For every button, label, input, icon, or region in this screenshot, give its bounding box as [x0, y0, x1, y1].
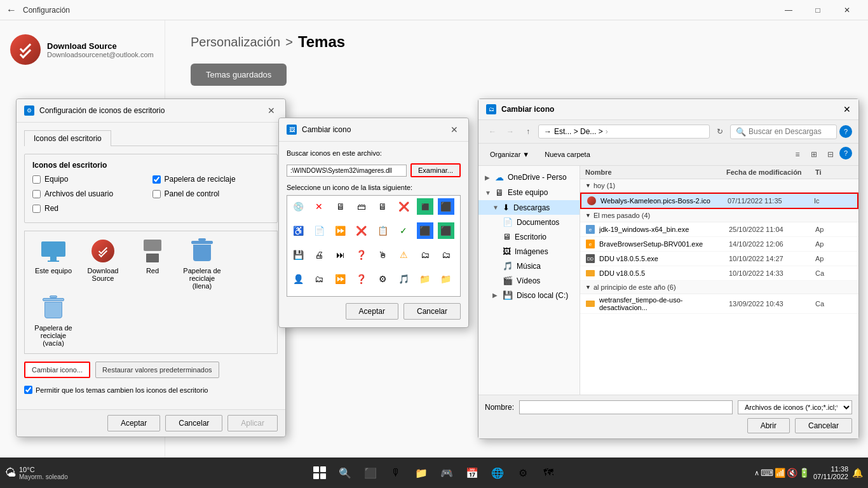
- file-row-kameleon[interactable]: Webalys-Kameleon.pics-Boss-2.ico 07/11/2…: [580, 193, 858, 209]
- sel-icon-11[interactable]: ⏩: [332, 222, 349, 239]
- cb-panel-input[interactable]: [153, 190, 161, 198]
- file-row-jdk[interactable]: e jdk-19_windows-x64_bin.exe 25/10/2022 …: [580, 222, 858, 237]
- sel-icon-8[interactable]: ⬛: [438, 198, 454, 215]
- change-icon-button[interactable]: Cambiar icono...: [24, 362, 90, 378]
- restore-defaults-button[interactable]: Restaurar valores predeterminados: [95, 362, 219, 378]
- sel-icon-22[interactable]: ⚠: [395, 247, 412, 263]
- sidebar-music[interactable]: 🎵 Música: [478, 259, 580, 273]
- cb-red-input[interactable]: [32, 205, 41, 213]
- dark-theme-button[interactable]: Temas guardados: [191, 64, 287, 86]
- taskbar-time[interactable]: 11:38 07/11/2022: [813, 465, 848, 480]
- minimize-button[interactable]: —: [774, 0, 803, 20]
- sel-icon-30[interactable]: 🎵: [395, 271, 412, 287]
- sidebar-documents[interactable]: 📄 Documentos: [478, 215, 580, 229]
- sidebar-downloads[interactable]: ▼ ⬇ Descargas: [478, 200, 580, 215]
- dialog2-cancel[interactable]: Cancelar: [403, 303, 461, 320]
- browse-button[interactable]: Examinar...: [410, 163, 461, 177]
- large-icons-btn[interactable]: ⊟: [823, 147, 838, 162]
- file-row-ddu-folder[interactable]: DDU v18.0.5.5 10/10/2022 14:33 Ca: [580, 266, 858, 281]
- sidebar-this-pc[interactable]: ▼ 🖥 Este equipo: [478, 185, 580, 200]
- taskbar-taskview[interactable]: ⬛: [359, 461, 382, 484]
- sel-icon-9[interactable]: ♿: [290, 222, 306, 239]
- tab-desktop-icons[interactable]: Iconos del escritorio: [24, 130, 111, 146]
- close-button[interactable]: ✕: [832, 0, 862, 20]
- icon-red[interactable]: Red: [130, 238, 175, 290]
- sel-icon-6[interactable]: ❌: [395, 198, 412, 215]
- arrow-up-icon[interactable]: ∧: [754, 469, 759, 477]
- sel-icon-3[interactable]: 🖥: [332, 198, 349, 215]
- taskbar-start[interactable]: [308, 461, 331, 484]
- sel-icon-25[interactable]: 👤: [290, 271, 306, 287]
- taskbar-weather[interactable]: 🌤 10°C Mayorm. soleado: [5, 466, 68, 480]
- sel-icon-15[interactable]: ⬛: [417, 222, 433, 239]
- list-view-btn[interactable]: ≡: [790, 147, 805, 162]
- sel-icon-12[interactable]: ❌: [353, 222, 370, 239]
- file-path-input[interactable]: [287, 165, 407, 177]
- sidebar-onedrive[interactable]: ▶ ☁ OneDrive - Perso: [478, 170, 580, 185]
- help-btn2[interactable]: ?: [839, 147, 852, 159]
- new-folder-button[interactable]: Nueva carpeta: [539, 149, 595, 159]
- organize-button[interactable]: Organizar ▼: [485, 149, 534, 159]
- sel-icon-20[interactable]: ❓: [353, 247, 370, 263]
- footer-filter-select[interactable]: Archivos de iconos (*.ico;*.icl;*.: [738, 400, 852, 414]
- themes-checkbox[interactable]: [24, 386, 32, 394]
- taskbar-edge[interactable]: 🌐: [486, 461, 509, 484]
- help-button[interactable]: ?: [839, 125, 852, 138]
- dialog3-close[interactable]: ✕: [843, 104, 851, 114]
- nav-refresh[interactable]: ↻: [712, 124, 728, 139]
- sidebar-videos[interactable]: 🎬 Vídeos: [478, 273, 580, 288]
- taskbar-xbox[interactable]: 🎮: [435, 461, 458, 484]
- file-row-brave[interactable]: e BraveBrowserSetup-BRV001.exe 14/10/202…: [580, 237, 858, 252]
- icon-papelera-vacia[interactable]: Papelera de reciclaje (vacía): [31, 295, 76, 347]
- keyboard-icon[interactable]: ⌨: [761, 468, 773, 478]
- dialog1-close[interactable]: ✕: [265, 104, 278, 117]
- sel-icon-32[interactable]: 📁: [438, 271, 454, 287]
- back-button[interactable]: ←: [6, 4, 17, 16]
- taskbar-explorer[interactable]: 📁: [410, 461, 433, 484]
- search-input[interactable]: [749, 127, 831, 136]
- sel-icon-26[interactable]: 🗂: [311, 271, 327, 287]
- dialog1-cancel[interactable]: Cancelar: [165, 415, 222, 431]
- sel-icon-19[interactable]: ⏭: [332, 247, 349, 263]
- taskbar-teams[interactable]: 🎙: [384, 461, 407, 484]
- sel-icon-18[interactable]: 🖨: [311, 247, 327, 263]
- icon-selector-grid[interactable]: 💿 ✕ 🖥 🗃 🖥 ❌ ⬛ ⬛ ♿ 📄 ⏩ ❌ 📋 ✓ ⬛ ⬛ 💾 🖨 ⏭ ❓ …: [287, 195, 461, 297]
- file-row-wetransfer[interactable]: wetransfer_tiempo-de-uso-desactivacion..…: [580, 294, 858, 314]
- sel-icon-13[interactable]: 📋: [374, 222, 391, 239]
- cb-equipo-input[interactable]: [32, 175, 41, 184]
- sel-icon-23[interactable]: 🗂: [417, 247, 433, 263]
- icon-papelera-llena[interactable]: Papelera de reciclaje (llena): [180, 238, 224, 290]
- search-box[interactable]: 🔍: [730, 125, 837, 139]
- mute-icon[interactable]: 🔇: [787, 468, 797, 478]
- sel-icon-7[interactable]: ⬛: [417, 198, 433, 215]
- sidebar-images[interactable]: 🖼 Imágenes: [478, 244, 580, 259]
- nav-forward[interactable]: →: [503, 124, 518, 139]
- group-last-month[interactable]: El mes pasado (4): [580, 209, 858, 222]
- footer-name-input[interactable]: [519, 400, 733, 414]
- group-today[interactable]: hoy (1): [580, 179, 858, 193]
- sel-icon-10[interactable]: 📄: [311, 222, 327, 239]
- details-view-btn[interactable]: ⊞: [806, 147, 822, 162]
- open-button[interactable]: Abrir: [747, 418, 790, 433]
- taskbar-maps[interactable]: 🗺: [537, 461, 560, 484]
- sel-icon-14[interactable]: ✓: [395, 222, 412, 239]
- sidebar-local-disk[interactable]: ▶ 💾 Disco local (C:): [478, 288, 580, 302]
- group-early-year[interactable]: al principio de este año (6): [580, 281, 858, 294]
- sel-icon-4[interactable]: 🗃: [353, 198, 370, 215]
- dialog1-apply[interactable]: Aplicar: [227, 415, 278, 431]
- nav-up[interactable]: ↑: [520, 124, 536, 139]
- sel-icon-17[interactable]: 💾: [290, 247, 306, 263]
- icon-equipo[interactable]: Este equipo: [31, 238, 76, 290]
- icon-download-source[interactable]: Download Source: [81, 238, 125, 290]
- file-row-ddu-exe[interactable]: DD DDU v18.0.5.5.exe 10/10/2022 14:27 Ap: [580, 252, 858, 266]
- sel-icon-31[interactable]: 📁: [417, 271, 433, 287]
- taskbar-search[interactable]: 🔍: [334, 461, 356, 484]
- sel-icon-16[interactable]: ⬛: [438, 222, 454, 239]
- user-profile[interactable]: Download Source Downloadsourcenet@outloo…: [0, 27, 165, 72]
- sel-icon-28[interactable]: ❓: [353, 271, 370, 287]
- wifi-icon[interactable]: 📶: [775, 468, 785, 478]
- sel-icon-2[interactable]: ✕: [311, 198, 327, 215]
- taskbar-settings-tb[interactable]: ⚙: [512, 461, 534, 484]
- dialog2-accept[interactable]: Aceptar: [346, 303, 398, 320]
- nav-back[interactable]: ←: [485, 124, 500, 139]
